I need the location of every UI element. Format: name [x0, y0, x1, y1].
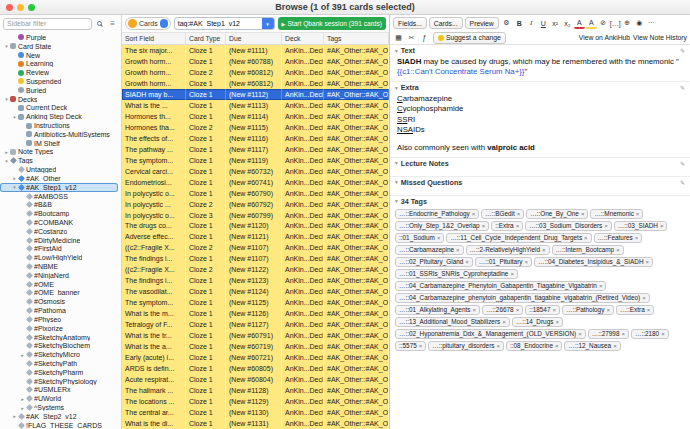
remove-tag-icon[interactable]: ×	[642, 295, 646, 301]
sidebar-item[interactable]: IM Shelf	[0, 139, 118, 148]
format-icon[interactable]: A	[586, 17, 597, 29]
sidebar-item[interactable]: ▾ #AK_Step1_v12	[0, 183, 118, 192]
remove-tag-icon[interactable]: ×	[578, 331, 582, 337]
plain-text-toggle-icon[interactable]: ✎	[680, 160, 685, 167]
tag-pill[interactable]: …::2180 ×	[631, 329, 669, 339]
sidebar-item[interactable]: #B&B	[0, 200, 118, 209]
table-row[interactable]: SIADH may b... Cloze 1 (New #1112) AnKin…	[122, 89, 389, 100]
table-row[interactable]: Endometriosi... Cloze 1 (New #60741) AnK…	[122, 177, 389, 188]
remove-tag-icon[interactable]: ×	[437, 235, 441, 241]
disclosure-icon[interactable]: ▸	[19, 405, 26, 411]
field-missed-questions-content[interactable]	[390, 188, 690, 196]
remove-tag-icon[interactable]: ×	[456, 247, 460, 253]
remove-tag-icon[interactable]: ×	[502, 319, 506, 325]
tag-pill[interactable]: ::Extra ×	[491, 221, 523, 231]
tag-pill[interactable]: …::02_Pituitary_Gland ×	[395, 257, 473, 267]
chevron-down-icon[interactable]: ▾	[395, 160, 398, 166]
sidebar-item[interactable]: #Bootcamp	[0, 209, 118, 218]
column-header-due[interactable]: Due	[226, 33, 282, 44]
field-extra-content[interactable]: Carbamazepine Cyclophosphamide SSRI NSAI…	[390, 93, 690, 158]
remove-tag-icon[interactable]: ×	[472, 211, 476, 217]
tag-pill[interactable]: …::26678 ×	[482, 305, 523, 315]
sidebar-item[interactable]: #SketchyPharm	[0, 368, 118, 377]
sidebar-item[interactable]: #Osmosis	[0, 297, 118, 306]
sidebar-item[interactable]: ▾ Anking Step Deck	[0, 112, 118, 121]
remove-tag-icon[interactable]: ×	[465, 259, 469, 265]
sidebar-item[interactable]: ▸ #SketchyMicro	[0, 350, 118, 359]
remove-tag-icon[interactable]: ×	[636, 211, 640, 217]
sidebar-item[interactable]: #Physeo	[0, 315, 118, 324]
sidebar-item[interactable]: Learning	[0, 59, 118, 68]
tag-pill[interactable]: …::01_SSRIs_SNRIs_Cyproheptadine ×	[395, 269, 518, 279]
table-row[interactable]: What is the tr... Cloze 1 (New #60791) A…	[122, 330, 389, 341]
tag-pill[interactable]: …::04_Diabetes_Insipidus_&_SIADH ×	[534, 257, 653, 267]
remove-tag-icon[interactable]: ×	[599, 283, 603, 289]
table-row[interactable]: The effects of... Cloze 1 (New #1116) An…	[122, 133, 389, 144]
sidebar-item[interactable]: #SketchyAnatomy	[0, 333, 118, 342]
editor-extra-icon[interactable]: ƒ	[419, 32, 430, 44]
sidebar-item[interactable]: Antibiotics-MultiSystems	[0, 130, 118, 139]
column-header-card-type[interactable]: Card Type	[186, 33, 226, 44]
column-header-deck[interactable]: Deck	[282, 33, 324, 44]
table-row[interactable]: The symptom... Cloze 1 (New #1119) AnKin…	[122, 155, 389, 166]
table-row[interactable]: Adverse effec... Cloze 1 (New #1121) AnK…	[122, 231, 389, 242]
remove-tag-icon[interactable]: ×	[555, 319, 559, 325]
tag-pill[interactable]: …::02_Hyponatremia_Ddx_&_Management_(OLD…	[395, 329, 586, 339]
sidebar-item[interactable]: ▸ #UWorld	[0, 394, 118, 403]
sidebar-item[interactable]: ▾ Decks	[0, 95, 118, 104]
tag-pill[interactable]: …::27998 ×	[588, 329, 629, 339]
remove-tag-icon[interactable]: ×	[660, 223, 664, 229]
remove-tag-icon[interactable]: ×	[661, 331, 665, 337]
sidebar-item[interactable]: #Low/HighYield	[0, 253, 118, 262]
field-lecture-notes-content[interactable]	[390, 169, 690, 177]
table-row[interactable]: What is the a... Cloze 1 (New #60719) An…	[122, 341, 389, 352]
table-row[interactable]: The pathway ... Cloze 1 (New #1117) AnKi…	[122, 144, 389, 155]
tag-pill[interactable]: …::12_Nausea ×	[564, 341, 620, 351]
table-row[interactable]: The central ar... Cloze 1 (New #1130) An…	[122, 407, 389, 418]
remove-tag-icon[interactable]: ×	[542, 247, 546, 253]
tag-pill[interactable]: …::14_Drugs ×	[512, 317, 563, 327]
table-row[interactable]: In polycystic o... Cloze 3 (New #60799) …	[122, 210, 389, 221]
table-row[interactable]: ((c2::Fragile X... Cloze 2 (New #1107) A…	[122, 242, 389, 253]
disclosure-icon[interactable]: ▾	[11, 114, 18, 120]
table-row[interactable]: The hallmark ... Cloze 1 (New #1128) AnK…	[122, 385, 389, 396]
tag-pill[interactable]: …::Carbamazepine ×	[395, 245, 464, 255]
table-row[interactable]: Growth horm... Cloze 1 (New #60812) AnKi…	[122, 78, 389, 89]
sidebar-item[interactable]: Current Deck	[0, 104, 118, 113]
close-window-button[interactable]	[6, 4, 13, 11]
format-icon[interactable]: ⊕	[622, 17, 633, 29]
zoom-window-button[interactable]	[28, 4, 35, 11]
remove-tag-icon[interactable]: ×	[616, 247, 620, 253]
column-header-tags[interactable]: Tags	[324, 33, 389, 44]
format-icon[interactable]: ⋯	[646, 17, 657, 29]
sidebar-item[interactable]: #SketchyPath	[0, 359, 118, 368]
sidebar-item[interactable]: New	[0, 51, 118, 60]
tag-pill[interactable]: …::Extra ×	[616, 305, 654, 315]
remove-tag-icon[interactable]: ×	[584, 235, 588, 241]
tag-pill[interactable]: …::BGedit ×	[481, 209, 524, 219]
sidebar-item[interactable]: ▸ #AK_Step2_v12	[0, 412, 118, 421]
column-header-sort-field[interactable]: Sort Field	[122, 33, 186, 44]
gear-icon[interactable]: ⚙	[501, 17, 512, 29]
sidebar-item[interactable]: !FLAG_THESE_CARDS	[0, 421, 118, 429]
tag-pill[interactable]: …::13_Additional_Mood_Stabilizers ×	[395, 317, 510, 327]
tag-pill[interactable]: …::Endocrine_Pathology ×	[395, 209, 479, 219]
tag-pill[interactable]: …::Pathology ×	[562, 305, 614, 315]
sidebar-filter-input[interactable]	[3, 18, 92, 30]
editor-extra-icon[interactable]: ▦	[393, 32, 404, 44]
table-row[interactable]: The vasodilat... Cloze 1 (New #1124) AnK…	[122, 286, 389, 297]
remove-tag-icon[interactable]: ×	[613, 343, 617, 349]
format-icon[interactable]: x²	[550, 17, 561, 29]
sidebar-item[interactable]: ▸ ^Systems	[0, 403, 118, 412]
format-icon[interactable]: ⊘	[598, 17, 609, 29]
format-icon[interactable]: ◉	[634, 17, 645, 29]
disclosure-icon[interactable]: ▸	[11, 175, 18, 181]
cards-notes-toggle[interactable]: Cards	[125, 17, 171, 30]
format-icon[interactable]: B	[514, 17, 525, 29]
field-header-lecture-notes[interactable]: ▾ Lecture Notes ✎	[390, 158, 690, 169]
table-row[interactable]: Growth horm... Cloze 1 (New #60788) AnKi…	[122, 56, 389, 67]
sidebar-item[interactable]: Review	[0, 68, 118, 77]
sidebar-item[interactable]: #OME_banner	[0, 289, 118, 298]
table-row[interactable]: The findings i... Cloze 1 (New #1123) An…	[122, 275, 389, 286]
table-row[interactable]: The six major... Cloze 1 (New #1111) AnK…	[122, 45, 389, 56]
